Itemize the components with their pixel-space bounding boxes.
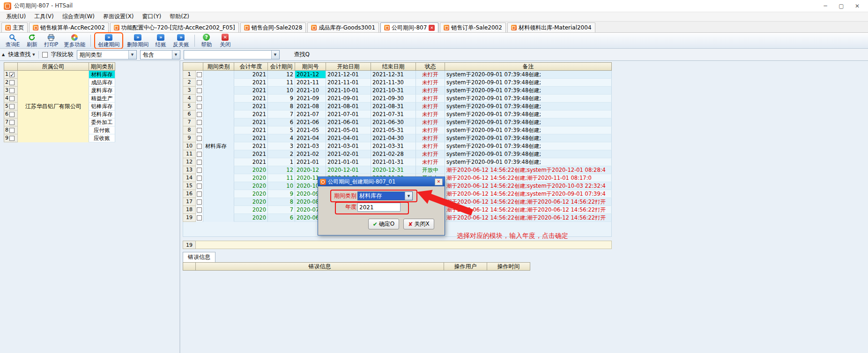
row-checkbox[interactable] [9,96,15,101]
category-cell[interactable]: 成品库存 [89,79,115,87]
category-cell[interactable]: 应收账 [89,134,115,142]
document-tab[interactable]: 销售核算单-AccRec2002 ✕ [29,22,109,32]
period-category-select[interactable]: 材料库存 ▼ [357,191,413,200]
reverse-settle-button[interactable]: » 反关账 [170,33,192,48]
delete-period-button[interactable]: » 删除期间 [124,33,151,48]
period-no-cell[interactable]: 2021-09 [295,95,326,103]
dialog-titlebar[interactable]: 公司期间_创建期间-807_01 ✕ [318,177,445,186]
row-checkbox[interactable] [197,104,202,109]
table-row[interactable]: 3 2021 10 2021-10 2021-10-01 2021-10-31 … [183,87,612,95]
category-cell[interactable]: 精益生产 [89,95,115,103]
row-checkbox[interactable] [197,72,202,77]
dialog-close-icon[interactable]: ✕ [435,178,443,185]
search-value-select[interactable]: ▼ [184,50,280,59]
row-checkbox[interactable] [197,88,202,93]
row-checkbox[interactable] [9,104,15,109]
row-checkbox[interactable] [197,128,202,133]
quick-find-label[interactable]: 快速查找 [8,51,30,59]
row-checkbox[interactable] [197,199,202,205]
collapse-panel-icon[interactable]: ▲ [2,52,5,57]
left-table-row[interactable]: 6 坯料库存 [4,110,115,118]
period-no-cell[interactable]: 2021-07 [295,110,326,118]
category-cell[interactable]: 应付账 [89,126,115,134]
row-checkbox[interactable] [9,136,15,141]
table-row[interactable]: 2 2021 11 2021-11 2021-11-01 2021-11-30 … [183,79,612,87]
table-row[interactable]: 11 2021 2 2021-02 2021-02-01 2021-02-28 … [183,150,612,158]
document-tab[interactable]: 成品库存-Goods3001 ✕ [307,22,379,32]
period-no-cell[interactable]: 2021-10 [295,87,326,95]
tab-error-info[interactable]: 错误信息 [183,252,215,262]
row-checkbox[interactable] [9,120,15,125]
period-no-cell[interactable]: 2021-08 [295,103,326,110]
left-table-row[interactable]: 8 应付账 [4,126,115,134]
category-cell[interactable]: 坯料库存 [89,110,115,118]
operator-select[interactable]: 包含 ▼ [140,50,180,59]
table-row[interactable]: 9 2021 4 2021-04 2021-04-01 2021-04-30 未… [183,134,612,142]
period-no-cell[interactable]: 2021-04 [295,134,326,142]
period-no-cell[interactable]: 2021-03 [295,142,326,150]
table-row[interactable]: 8 2021 5 2021-05 2021-05-01 2021-05-31 未… [183,126,612,134]
period-no-cell[interactable]: 2021-06 [295,118,326,126]
row-checkbox[interactable] [9,72,15,77]
row-checkbox[interactable] [9,80,15,85]
left-table-row[interactable]: 2 成品库存 [4,79,115,87]
close-window-icon[interactable]: ✕ [850,1,864,11]
category-cell[interactable]: 铝棒库存 [89,103,115,110]
left-table-row[interactable]: 1 材料库存 [4,71,115,79]
period-no-cell[interactable]: 2020-12 [295,166,326,174]
row-checkbox[interactable] [9,88,15,93]
more-functions-button[interactable]: 更多功能 [61,33,88,48]
query-button[interactable]: 查询E [3,33,22,48]
menu-item[interactable]: 综合查询(W) [58,12,99,21]
help-button[interactable]: ? 帮助 [197,33,216,48]
settle-button[interactable]: » 结账 [151,33,170,48]
table-row[interactable]: 1 2021 12 2021-12 2021-12-01 2021-12-31 … [183,71,612,79]
left-table-row[interactable]: 5 铝棒库存 [4,103,115,110]
row-checkbox[interactable] [197,96,202,101]
print-button[interactable]: 打印P [41,33,61,48]
chevron-down-icon[interactable]: ▼ [271,51,279,59]
document-tab[interactable]: 功能配置中心-720-[完结-AccRec2002_F05] ✕ [110,22,239,32]
period-no-cell[interactable]: 2021-01 [295,158,326,166]
row-checkbox[interactable] [9,112,15,117]
table-row[interactable]: 4 2021 9 2021-09 2021-09-01 2021-09-30 未… [183,95,612,103]
row-checkbox[interactable] [197,160,202,165]
field-compare-checkbox[interactable] [42,52,48,58]
menu-item[interactable]: 工具(V) [30,12,58,21]
table-row[interactable]: 6 2021 7 2021-07 2021-07-01 2021-07-31 未… [183,110,612,118]
dialog-close-button[interactable]: ✘ 关闭X [403,219,434,229]
row-checkbox[interactable] [197,191,202,197]
row-checkbox[interactable] [197,152,202,157]
period-no-cell[interactable]: 2021-12 [295,71,326,79]
year-input[interactable] [357,203,401,212]
document-tab[interactable]: 销售合同-Sale2028 ✕ [240,22,306,32]
left-table-row[interactable]: 7 委外加工 [4,118,115,126]
left-table-row[interactable]: 4 精益生产 [4,95,115,103]
table-row[interactable]: 7 2021 6 2021-06 2021-06-01 2021-06-30 未… [183,118,612,126]
maximize-icon[interactable]: ▢ [834,1,848,11]
period-no-cell[interactable]: 2021-05 [295,126,326,134]
table-row[interactable]: 10 2021 3 2021-03 2021-03-01 2021-03-31 … [183,142,612,150]
table-row[interactable]: 12 2021 1 2021-01 2021-01-01 2021-01-31 … [183,158,612,166]
row-checkbox[interactable] [197,184,202,189]
create-period-button[interactable]: » 创建期间 [95,33,122,48]
menu-item[interactable]: 界面设置(X) [99,12,138,21]
row-checkbox[interactable] [197,80,202,85]
panel-splitter[interactable] [179,61,180,353]
row-checkbox[interactable] [197,112,202,117]
document-tab[interactable]: 主页 ✕ [1,22,28,32]
period-no-cell[interactable]: 2021-11 [295,79,326,87]
minimize-icon[interactable]: ─ [818,1,832,11]
category-cell[interactable]: 委外加工 [89,118,115,126]
chevron-down-icon[interactable]: ▼ [405,192,412,200]
field-select[interactable]: 期间类型 ▼ [77,50,137,59]
find-button[interactable]: 查找Q [294,51,310,59]
document-tab[interactable]: 公司期间-807 ✕ [380,22,438,32]
table-row[interactable]: 13 2020 12 2020-12 2020-12-01 2020-12-31… [183,166,612,174]
chevron-down-icon[interactable]: ▼ [128,51,136,59]
row-checkbox[interactable] [197,136,202,141]
row-checkbox[interactable] [197,176,202,181]
tab-close-icon[interactable]: ✕ [429,25,435,31]
row-checkbox[interactable] [197,120,202,125]
row-checkbox[interactable] [197,144,202,149]
